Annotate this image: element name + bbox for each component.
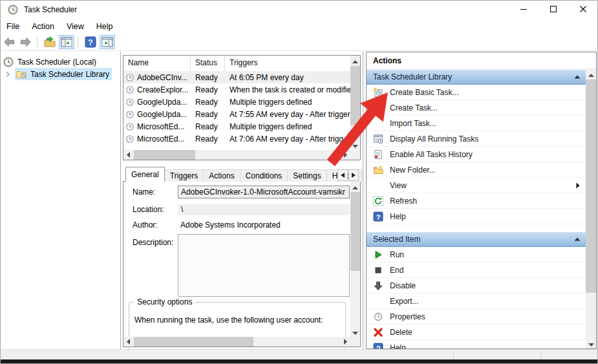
general-tab-content: Name: AdobeGCInvoker-1.0-MicrosoftAccoun… xyxy=(123,181,361,347)
task-row-createexplor[interactable]: CreateExplor... Ready When the task is c… xyxy=(123,83,350,96)
details-vertical-scrollbar[interactable] xyxy=(350,182,360,337)
action-item-help[interactable]: ? Help xyxy=(367,340,586,348)
collapse-icon[interactable] xyxy=(574,75,581,79)
scroll-left-button[interactable] xyxy=(123,150,133,160)
menu-item-help[interactable]: Help xyxy=(91,20,119,33)
task-row-googleupda[interactable]: GoogleUpda... Ready At 7:55 AM every day… xyxy=(123,108,350,120)
scroll-up-button[interactable] xyxy=(350,56,360,65)
task-status-cell: Ready xyxy=(191,85,225,94)
column-header-name[interactable]: Name xyxy=(123,56,191,71)
console-tree-panel: Task Scheduler (Local) Task Scheduler Li… xyxy=(0,52,120,349)
tab-conditions[interactable]: Conditions xyxy=(240,169,288,182)
task-row-microsofted[interactable]: MicrosoftEd... Ready Multiple triggers d… xyxy=(123,120,350,133)
list-horizontal-scrollbar[interactable] xyxy=(123,150,350,160)
tree-item-task-scheduler-library[interactable]: Task Scheduler Library xyxy=(0,68,120,80)
scrollbar-thumb[interactable] xyxy=(350,66,360,125)
task-row-microsofted[interactable]: MicrosoftEd... Ready At 7:06 AM every da… xyxy=(123,133,350,145)
action-item-create-task[interactable]: Create Task... xyxy=(367,100,586,116)
description-field[interactable] xyxy=(178,234,350,297)
action-item-help[interactable]: ? Help xyxy=(367,209,586,224)
toolbar-button[interactable] xyxy=(100,35,115,49)
end-icon xyxy=(373,265,383,275)
menu-item-view[interactable]: View xyxy=(61,20,90,33)
tab-general[interactable]: General xyxy=(125,167,165,182)
action-item-properties[interactable]: Properties xyxy=(367,309,586,325)
list-vertical-scrollbar[interactable] xyxy=(350,56,360,150)
action-item-create-basic-task[interactable]: Create Basic Task... xyxy=(367,85,586,100)
details-horizontal-scrollbar[interactable] xyxy=(123,337,350,347)
actions-vertical-scrollbar[interactable] xyxy=(586,69,596,348)
section-header-task-scheduler-library[interactable]: Task Scheduler Library xyxy=(367,70,586,85)
action-item-delete[interactable]: Delete xyxy=(367,325,586,340)
toolbar-button[interactable]: ? xyxy=(83,35,98,49)
toolbar-button[interactable] xyxy=(42,35,58,49)
action-item-end[interactable]: End xyxy=(367,262,586,278)
action-pane-toggle-icon xyxy=(101,36,114,48)
action-item-export[interactable]: Export... xyxy=(367,294,586,309)
tree-item-selected[interactable]: Task Scheduler Library xyxy=(15,68,112,80)
chevron-right-icon[interactable] xyxy=(5,71,12,78)
submenu-arrow-icon xyxy=(576,182,580,189)
action-item-new-folder[interactable]: New Folder... xyxy=(367,162,586,178)
location-value: \ xyxy=(178,204,350,215)
action-item-import-task[interactable]: Import Task... xyxy=(367,116,586,131)
task-row-adobegcinv[interactable]: AdobeGCInv... Ready At 6:05 PM every day xyxy=(123,71,350,83)
scroll-down-button[interactable] xyxy=(586,339,596,348)
task-triggers-cell: When the task is created or modifie xyxy=(225,85,350,94)
scrollbar-thumb[interactable] xyxy=(134,337,253,347)
scrollbar-thumb[interactable] xyxy=(586,80,596,293)
tab-scroll-right-button[interactable] xyxy=(348,169,359,181)
menu-bar: File Action View Help xyxy=(0,19,598,34)
task-clock-icon xyxy=(125,122,134,131)
scroll-up-button[interactable] xyxy=(350,182,360,191)
action-item-view[interactable]: View xyxy=(367,178,586,193)
taskbar-edge xyxy=(0,359,598,364)
minimize-button[interactable] xyxy=(509,0,539,19)
column-header-status[interactable]: Status xyxy=(191,56,225,71)
toolbar-button[interactable] xyxy=(59,35,74,49)
actions-splitter[interactable] xyxy=(363,52,363,349)
menu-item-action[interactable]: Action xyxy=(26,20,60,33)
scroll-right-button[interactable] xyxy=(341,150,350,160)
task-clock-icon xyxy=(125,134,134,144)
tree-item-task-scheduler-local[interactable]: Task Scheduler (Local) xyxy=(0,56,120,68)
action-item-refresh[interactable]: Refresh xyxy=(367,193,586,209)
tree-splitter[interactable] xyxy=(120,52,121,349)
tree-item-label: Task Scheduler (Local) xyxy=(17,58,96,67)
scroll-up-button[interactable] xyxy=(586,69,596,79)
scrollbar-corner xyxy=(350,337,360,347)
scrollbar-thumb[interactable] xyxy=(134,150,195,160)
task-row-googleupda[interactable]: GoogleUpda... Ready Multiple triggers de… xyxy=(123,96,350,108)
action-item-enable-all-tasks-history[interactable]: Enable All Tasks History xyxy=(367,147,586,162)
scroll-right-button[interactable] xyxy=(341,337,350,347)
action-item-display-all-running-tasks[interactable]: Display All Running Tasks xyxy=(367,131,586,147)
maximize-button[interactable] xyxy=(539,0,568,19)
tab-actions[interactable]: Actions xyxy=(203,169,240,182)
action-item-disable[interactable]: Disable xyxy=(367,278,586,294)
scroll-down-button[interactable] xyxy=(350,327,360,337)
name-field[interactable]: AdobeGCInvoker-1.0-MicrosoftAccount-vams… xyxy=(178,186,350,198)
action-item-run[interactable]: Run xyxy=(367,247,586,262)
section-header-selected-item[interactable]: Selected Item xyxy=(367,232,586,247)
scroll-right-icon xyxy=(344,151,347,160)
task-triggers-cell: At 6:05 PM every day xyxy=(225,73,350,82)
task-name-cell: MicrosoftEd... xyxy=(123,122,191,131)
scroll-down-button[interactable] xyxy=(350,140,360,150)
tab-triggers[interactable]: Triggers xyxy=(164,169,204,182)
column-header-triggers[interactable]: Triggers xyxy=(225,56,350,71)
close-button[interactable] xyxy=(568,0,598,19)
scroll-left-button[interactable] xyxy=(123,337,133,347)
menu-item-file[interactable]: File xyxy=(1,20,25,33)
console-tree-toggle-icon xyxy=(60,36,73,48)
tab-settings[interactable]: Settings xyxy=(287,169,326,182)
toolbar-button[interactable] xyxy=(18,35,34,49)
minimize-icon xyxy=(520,5,527,14)
new-folder-icon xyxy=(373,165,383,175)
tab-scroll-left-button[interactable] xyxy=(337,169,348,181)
collapse-icon[interactable] xyxy=(574,237,581,241)
window-title: Task Scheduler xyxy=(24,5,77,14)
toolbar-button[interactable] xyxy=(1,35,17,49)
security-options-text: When running the task, use the following… xyxy=(134,316,323,325)
create-basic-task-icon xyxy=(373,87,383,98)
scrollbar-thumb[interactable] xyxy=(350,192,360,271)
